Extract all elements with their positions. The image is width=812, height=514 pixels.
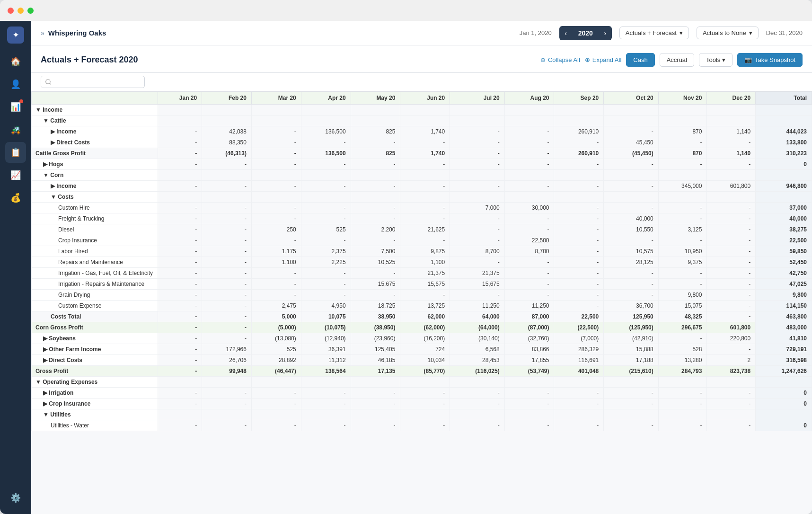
next-year-button[interactable]: › (599, 26, 612, 40)
row-label[interactable]: ▼ Corn (32, 170, 158, 181)
row-label: Grain Drying (32, 290, 158, 301)
row-label[interactable]: ▶ Income (32, 181, 158, 192)
row-label[interactable]: ▶ Crop Insurance (32, 399, 158, 409)
cell-value: 9,375 (658, 257, 707, 268)
cell-value (658, 105, 707, 115)
cell-value (707, 105, 756, 115)
cell-value: 1,740 (400, 148, 450, 159)
sidebar-item-farm[interactable]: 🚜 (5, 119, 26, 140)
cell-value: 38,275 (756, 224, 812, 235)
cell-value: - (504, 213, 554, 224)
cell-value: 401,048 (554, 366, 604, 377)
cell-value: 7,000 (450, 203, 504, 213)
search-input[interactable] (41, 76, 145, 88)
cell-value: - (202, 311, 252, 322)
cell-value: 444,023 (756, 126, 812, 137)
prev-year-button[interactable]: ‹ (559, 26, 573, 40)
expand-all-link[interactable]: ⊕ Expand All (585, 56, 621, 63)
cell-value: 528 (658, 344, 707, 355)
cell-value: 8,700 (504, 246, 554, 257)
collapse-all-link[interactable]: ⊖ Collapse All (540, 56, 580, 63)
cell-value: - (450, 290, 504, 301)
take-snapshot-button[interactable]: 📷 Take Snapshot (737, 53, 803, 67)
cell-value: 463,800 (756, 311, 812, 322)
cell-value: - (604, 290, 658, 301)
table-row: Utilities - Water------------0 (32, 420, 812, 431)
row-label[interactable]: ▶ Income (32, 126, 158, 137)
cell-value: 7,500 (351, 246, 400, 257)
row-label[interactable]: ▶ Direct Costs (32, 137, 158, 148)
row-label[interactable]: ▶ Irrigation (32, 388, 158, 399)
cell-value: 1,740 (400, 126, 450, 137)
cell-value: (13,080) (251, 333, 301, 344)
cell-value: - (251, 137, 301, 148)
cell-value: - (658, 268, 707, 279)
actuals-forecast-label: Actuals + Forecast (626, 29, 677, 36)
row-label[interactable]: ▼ Cattle (32, 115, 158, 126)
cell-value: 260,910 (554, 126, 604, 137)
minimize-button[interactable] (18, 8, 24, 14)
row-label[interactable]: ▼ Utilities (32, 409, 158, 420)
cell-value: - (707, 279, 756, 290)
actuals-none-dropdown[interactable]: Actuals to None ▾ (697, 27, 759, 39)
cell-value: - (158, 159, 202, 170)
table-header-row: Jan 20 Feb 20 Mar 20 Apr 20 May 20 Jun 2… (32, 92, 812, 105)
accrual-button[interactable]: Accrual (660, 53, 694, 67)
cell-value (756, 377, 812, 388)
row-label[interactable]: ▶ Soybeans (32, 333, 158, 344)
table-container[interactable]: Jan 20 Feb 20 Mar 20 Apr 20 May 20 Jun 2… (31, 73, 812, 514)
cell-value (251, 115, 301, 126)
cell-value: - (301, 290, 351, 301)
sidebar-item-ledger[interactable]: 📋 (5, 142, 26, 163)
cash-button[interactable]: Cash (626, 53, 654, 67)
actuals-forecast-dropdown[interactable]: Actuals + Forecast ▾ (619, 27, 689, 39)
tools-button[interactable]: Tools ▾ (699, 53, 733, 67)
cell-value (554, 170, 604, 181)
row-label[interactable]: ▶ Hogs (32, 159, 158, 170)
row-label[interactable]: ▶ Direct Costs (32, 355, 158, 366)
row-label[interactable]: ▼ Costs (32, 192, 158, 203)
table-row: ▶ Irrigation------------0 (32, 388, 812, 399)
farm-icon: 🚜 (10, 124, 21, 135)
sidebar-item-reports[interactable]: 📊 (5, 97, 26, 117)
cell-value: 823,738 (707, 366, 756, 377)
cell-value: - (400, 290, 450, 301)
row-label[interactable]: ▶ Other Farm Income (32, 344, 158, 355)
cell-value (351, 192, 400, 203)
sidebar-logo[interactable]: ✦ (7, 27, 24, 44)
cell-value: 1,100 (400, 257, 450, 268)
cell-value: 21,375 (450, 268, 504, 279)
cell-value: 52,450 (756, 257, 812, 268)
cell-value: - (301, 159, 351, 170)
cell-value: 0 (756, 420, 812, 431)
row-label: Custom Expense (32, 301, 158, 311)
table-row: Gross Profit-99,948(46,447)138,56417,135… (32, 366, 812, 377)
cell-value: - (251, 203, 301, 213)
farm-expand-icon[interactable]: » (41, 29, 44, 37)
table-row: Irrigation - Repairs & Maintenance----15… (32, 279, 812, 290)
sidebar-item-finance[interactable]: 💰 (5, 187, 26, 208)
cell-value: 28,892 (251, 355, 301, 366)
cell-value (504, 105, 554, 115)
cell-value: - (251, 159, 301, 170)
cell-value: 59,850 (756, 246, 812, 257)
row-label[interactable]: ▼ Income (32, 105, 158, 115)
cell-value: - (351, 268, 400, 279)
cell-value: - (658, 420, 707, 431)
sidebar-item-contacts[interactable]: 👤 (5, 74, 26, 95)
sidebar-item-home[interactable]: 🏠 (5, 51, 26, 72)
row-label[interactable]: ▼ Operating Expenses (32, 377, 158, 388)
reports-icon: 📊 (10, 102, 21, 112)
cell-value: (64,000) (450, 322, 504, 333)
close-button[interactable] (8, 8, 14, 14)
sidebar-item-settings[interactable]: ⚙️ (5, 487, 26, 508)
cell-value: 2,475 (251, 301, 301, 311)
cell-value: - (554, 290, 604, 301)
cell-value: - (202, 333, 252, 344)
maximize-button[interactable] (27, 8, 34, 14)
cell-value: - (351, 388, 400, 399)
farm-name: » Whispering Oaks (41, 29, 106, 37)
sidebar-item-analytics[interactable]: 📈 (5, 165, 26, 186)
col-header-mar: Mar 20 (251, 92, 301, 105)
cell-value (158, 409, 202, 420)
